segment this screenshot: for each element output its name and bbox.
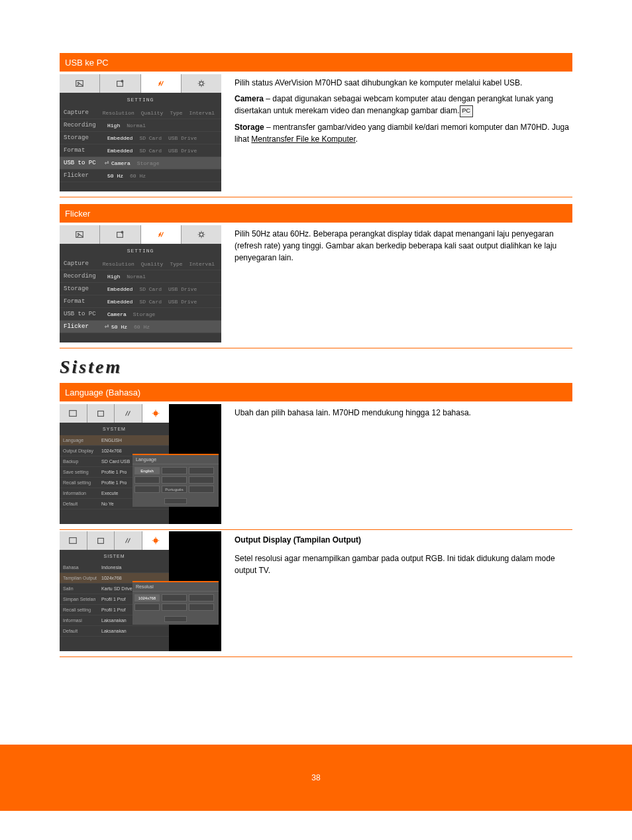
- tab-image-icon: [60, 404, 87, 423]
- tab-gear-icon: [142, 404, 170, 423]
- tab-gear-icon: [182, 225, 221, 244]
- page-number: 38: [311, 773, 320, 782]
- section-bar-usb: USB ke PC: [60, 53, 572, 72]
- tab-camera-icon: [100, 225, 140, 244]
- language-description: Ubah dan pilih bahasa lain. M70HD menduk…: [235, 404, 572, 524]
- tab-camera-icon: [87, 404, 115, 423]
- svg-point-1: [78, 82, 79, 83]
- svg-point-17: [154, 539, 157, 542]
- tab-settings-icon: [141, 74, 182, 93]
- tab-settings-icon: [115, 531, 142, 550]
- bar-label: USB ke PC: [65, 58, 109, 68]
- section-title-sistem: Sistem: [60, 356, 572, 378]
- settings-row-selected: Flicker⏎50 Hz60 Hz: [60, 321, 221, 333]
- settings-title: SETTING: [60, 93, 221, 107]
- resolution-popup: Resolusi 1024x768: [132, 581, 219, 625]
- tab-settings-icon: [141, 225, 182, 244]
- screenshot-system-language: SYSTEM LanguageENGLISH Output Display102…: [60, 404, 221, 524]
- section-bar-flicker: Flicker: [60, 204, 572, 223]
- usb-description: Pilih status AVerVision M70HD saat dihub…: [235, 74, 572, 191]
- tab-image-icon: [60, 74, 100, 93]
- tab-gear-icon: [142, 531, 170, 550]
- tab-gear-icon: [182, 74, 221, 93]
- tab-image-icon: [60, 531, 87, 550]
- screenshot-system-output: SISTEM BahasaIndonesia Tampilan Output10…: [60, 531, 221, 651]
- tab-settings-icon: [115, 404, 142, 423]
- tab-image-icon: [60, 225, 100, 244]
- svg-point-7: [78, 233, 79, 235]
- svg-point-5: [199, 81, 203, 85]
- svg-point-11: [199, 233, 203, 236]
- tab-camera-icon: [87, 531, 115, 550]
- svg-point-4: [159, 83, 160, 84]
- language-popup: Language English Português: [132, 454, 219, 507]
- screenshot-settings-flicker: SETTING CaptureResolutionQualityTypeInte…: [60, 225, 221, 342]
- svg-rect-12: [70, 411, 77, 417]
- bar-label: Language (Bahasa): [65, 388, 140, 397]
- tab-camera-icon: [100, 74, 140, 93]
- bar-label: Flicker: [65, 209, 90, 219]
- pc-icon: PC: [460, 105, 474, 117]
- svg-rect-13: [97, 411, 103, 417]
- flicker-description: Pilih 50Hz atau 60Hz. Beberapa perangkat…: [235, 225, 572, 342]
- section-bar-language: Language (Bahasa): [60, 383, 572, 401]
- svg-point-14: [154, 411, 157, 415]
- page-footer: 38: [0, 745, 632, 811]
- svg-point-10: [159, 234, 160, 235]
- settings-row-selected: USB to PC⏎CameraStorage: [60, 157, 221, 170]
- svg-rect-16: [97, 539, 103, 544]
- screenshot-settings-usb: SETTING CaptureResolutionQualityTypeInte…: [60, 74, 221, 191]
- output-description: Output Display (Tampilan Output) Setel r…: [235, 531, 572, 651]
- svg-rect-15: [70, 538, 77, 544]
